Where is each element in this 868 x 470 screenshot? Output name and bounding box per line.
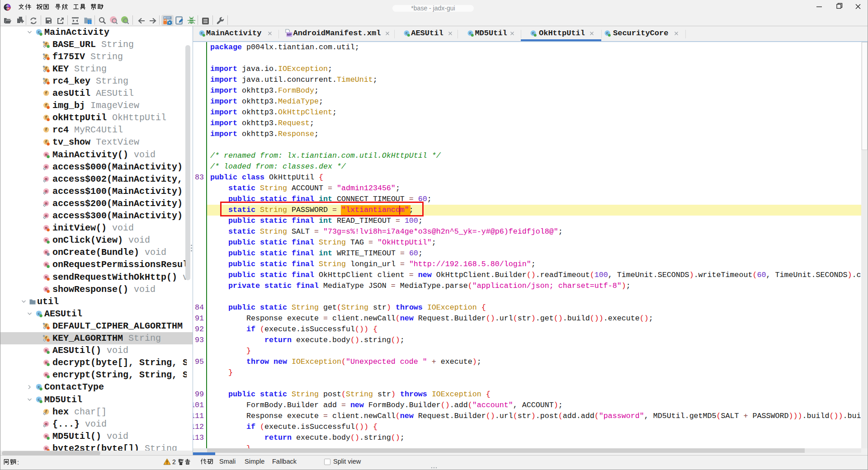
svg-text:MF: MF <box>287 33 292 37</box>
svg-text:f: f <box>45 127 47 132</box>
svg-text:f: f <box>45 91 47 96</box>
svg-text:DX: DX <box>6 7 10 10</box>
